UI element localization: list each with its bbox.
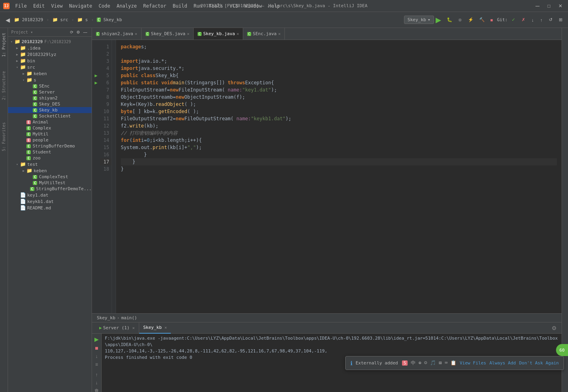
- coverage-btn[interactable]: ⛭: [456, 16, 465, 24]
- tree-Skey_kb[interactable]: C Skey_kb: [8, 107, 92, 113]
- tree-keben-test[interactable]: ▶ 📁 keben: [8, 167, 92, 174]
- run-gutter-icon-5: ▶: [94, 73, 97, 78]
- tree-ComplexTest[interactable]: C ComplexTest: [8, 174, 92, 180]
- profile-btn[interactable]: ⚡: [466, 16, 476, 24]
- tab-Skey_DES-close[interactable]: ✕: [187, 32, 189, 36]
- structure-label[interactable]: 2: Structure: [1, 68, 7, 103]
- tree-Server[interactable]: C Server: [8, 89, 92, 95]
- run-tab-server-close[interactable]: ✕: [132, 326, 135, 330]
- run-settings-btn[interactable]: ⚙: [550, 324, 558, 332]
- git-update-btn[interactable]: ↓: [529, 16, 536, 24]
- tab-Skey_DES[interactable]: C Skey_DES.java ✕: [142, 28, 194, 40]
- tree-test[interactable]: ▾ 📁 test: [8, 161, 92, 167]
- tree-StringBufferDemoTe[interactable]: C StringBufferDemoTe...: [8, 186, 92, 192]
- git-check-btn[interactable]: ✓: [509, 16, 518, 24]
- run-config-selector[interactable]: Skey_kb ▾: [404, 16, 434, 24]
- menu-view[interactable]: View: [49, 2, 65, 10]
- tree-StringBufferDemo[interactable]: C StringBufferDemo: [8, 143, 92, 149]
- stop-btn[interactable]: ■: [488, 16, 496, 24]
- idea-icon: 📁: [20, 45, 26, 51]
- git-push-btn[interactable]: ↑: [538, 16, 545, 24]
- tree-MyUtil[interactable]: C MyUtil: [8, 131, 92, 137]
- tree-idea[interactable]: ▶ 📁 .idea: [8, 45, 92, 51]
- git-history-btn[interactable]: ⊞: [556, 16, 565, 24]
- back-btn[interactable]: ◀: [3, 15, 12, 25]
- menu-analyze[interactable]: Analyze: [114, 2, 139, 10]
- run-tab-server[interactable]: ▶ Server (1) ✕: [95, 322, 139, 334]
- green-circle-btn[interactable]: 60: [556, 344, 568, 356]
- root-label: 20182329: [22, 39, 43, 44]
- favorites-label[interactable]: 5: Favorites: [1, 119, 7, 154]
- project-dropdown[interactable]: Project ▾: [11, 30, 33, 34]
- debug-btn[interactable]: 🐛: [444, 16, 455, 24]
- tree-bin[interactable]: ▶ 📁 bin: [8, 58, 92, 64]
- run-trash-btn[interactable]: 🗑: [94, 387, 100, 392]
- menu-code[interactable]: Code: [96, 2, 113, 10]
- run-rerun-btn[interactable]: ▶: [94, 335, 100, 343]
- ln-9: 9: [100, 101, 112, 108]
- minimize-btn[interactable]: ─: [533, 3, 542, 9]
- gear-icon[interactable]: ⚙: [75, 30, 81, 35]
- tree-README[interactable]: 📄 README.md: [8, 205, 92, 211]
- tree-keykb1dat[interactable]: 📄 keykb1.dat: [8, 198, 92, 205]
- tree-s[interactable]: ▾ 📁 s: [8, 77, 92, 83]
- tree-src[interactable]: ▾ 📁 src: [8, 64, 92, 70]
- bin-label: bin: [27, 58, 35, 64]
- tree-zoo[interactable]: C zoo: [8, 155, 92, 161]
- sync-icon[interactable]: ⟳: [69, 30, 74, 35]
- run-stop-btn[interactable]: ■: [94, 344, 99, 352]
- tab-Skey_kb[interactable]: C Skey_kb.java ✕: [194, 28, 243, 40]
- tab-SEnc[interactable]: C SEnc.java ✕: [243, 28, 285, 40]
- run-tab-skey_kb[interactable]: Skey_kb ✕: [139, 322, 171, 334]
- maximize-btn[interactable]: □: [545, 3, 553, 9]
- menu-navigate[interactable]: Navigate: [67, 2, 95, 10]
- tree-Animal[interactable]: E Animal: [8, 119, 92, 125]
- ln-10: 10: [100, 108, 112, 115]
- SocketClient-label: SocketClient: [39, 113, 70, 119]
- keben-test-label: keben: [34, 168, 47, 173]
- tree-SEnc[interactable]: C SEnc: [8, 83, 92, 89]
- run-up-btn[interactable]: ↑: [95, 371, 99, 378]
- tab-Skey_kb-close[interactable]: ✕: [236, 32, 239, 36]
- notification-text: Externally added: [356, 360, 398, 366]
- tab-Skey_DES-label: Skey_DES.java: [151, 31, 185, 36]
- run-button[interactable]: ▶: [436, 16, 441, 24]
- hide-icon[interactable]: —: [82, 30, 88, 35]
- run-down2-btn[interactable]: ↓: [95, 379, 99, 386]
- breadcrumb-skey[interactable]: Skey_kb: [97, 315, 115, 320]
- tree-Complex[interactable]: C Complex: [8, 125, 92, 131]
- menu-file[interactable]: File: [13, 2, 29, 10]
- tab-shiyan2-close[interactable]: ✕: [135, 32, 137, 36]
- run-fold-btn[interactable]: ≡: [94, 361, 99, 368]
- git-x-btn[interactable]: ✗: [519, 16, 528, 24]
- close-btn[interactable]: ✕: [556, 3, 565, 9]
- menu-edit[interactable]: Edit: [31, 2, 47, 10]
- menu-refactor[interactable]: Refactor: [141, 2, 169, 10]
- tree-20182329lyz[interactable]: ▶ 📁 20182329lyz: [8, 51, 92, 58]
- run-scroll-end-btn[interactable]: ↓: [95, 353, 99, 360]
- notification-dont-ask[interactable]: Don't Ask Again: [519, 360, 559, 366]
- run-tab-skey_kb-close[interactable]: ✕: [164, 325, 167, 330]
- tree-root[interactable]: ▾ 📁 20182329 F:\20182329: [8, 38, 92, 45]
- people-icon: E: [26, 138, 31, 142]
- tree-shiyan2[interactable]: C shiyan2: [8, 95, 92, 101]
- tree-MyUtilTest[interactable]: C MyUtilTest: [8, 180, 92, 186]
- gutter: ▶ ▶: [92, 40, 100, 313]
- code-editor[interactable]: package s; import java.io.*; import java…: [116, 40, 562, 313]
- tree-Skey_DES[interactable]: C Skey_DES: [8, 101, 92, 107]
- tree-people[interactable]: E people: [8, 137, 92, 143]
- breadcrumb-main[interactable]: main(): [121, 315, 137, 320]
- git-revert-btn[interactable]: ↺: [546, 16, 555, 24]
- tab-shiyan2[interactable]: C shiyan2.java ✕: [92, 28, 142, 40]
- tree-keben[interactable]: ▶ 📁 keben: [8, 70, 92, 77]
- code-line-15: System.out.print(kb[i]+",");: [121, 144, 557, 151]
- build-btn[interactable]: 🔨: [477, 16, 487, 24]
- menu-build[interactable]: Build: [170, 2, 190, 10]
- project-label[interactable]: 1: Project: [1, 30, 7, 60]
- tree-Student[interactable]: C Student: [8, 149, 92, 155]
- tab-SEnc-close[interactable]: ✕: [278, 32, 280, 36]
- tree-SocketClient[interactable]: C SocketClient: [8, 113, 92, 119]
- notification-view-files[interactable]: View Files: [460, 360, 486, 366]
- tree-key1dat[interactable]: 📄 key1.dat: [8, 192, 92, 198]
- notification-always-add[interactable]: Always Add: [489, 360, 516, 366]
